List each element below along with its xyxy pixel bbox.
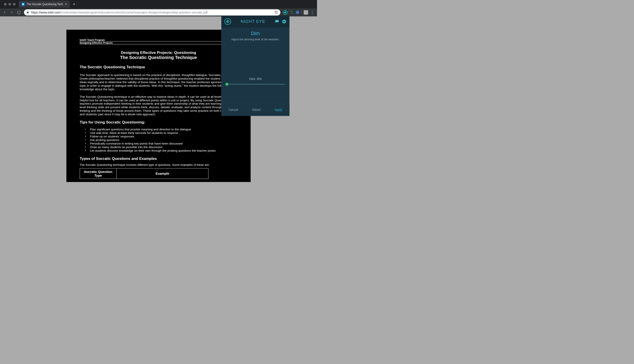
- night-eye-extension-icon[interactable]: [283, 10, 288, 15]
- dim-slider-wrap: [221, 81, 290, 85]
- dim-slider[interactable]: [226, 84, 285, 85]
- popup-body: Dim Adjust the dimming level of the webs…: [221, 28, 290, 42]
- new-tab-button[interactable]: +: [71, 1, 77, 7]
- minimize-window-icon[interactable]: [9, 3, 11, 6]
- table-header-1: Socratic Question Type: [80, 168, 117, 179]
- doc-header-line1: Intel® Teach Program: [80, 38, 237, 41]
- doc-header: Intel® Teach Program Designing Effective…: [80, 38, 237, 44]
- extensions-row: ⋮: [282, 10, 316, 15]
- slider-thumb[interactable]: [225, 83, 229, 86]
- night-eye-logo-icon[interactable]: [225, 18, 231, 25]
- browser-tab[interactable]: The Socratic Questioning Tech ×: [19, 1, 70, 8]
- evernote-extension-icon[interactable]: [289, 10, 294, 15]
- maximize-window-icon[interactable]: [13, 3, 16, 6]
- list-item: Let students discover knowledge on their…: [85, 149, 237, 152]
- list-item: Draw as many students as possible into t…: [85, 146, 237, 149]
- tab-strip: The Socratic Questioning Tech × +: [0, 0, 317, 8]
- types-heading: Types of Socratic Questions and Examples: [80, 156, 237, 161]
- list-item: Plan significant questions that provide …: [85, 128, 237, 131]
- tab-title: The Socratic Questioning Tech: [27, 3, 63, 6]
- forward-button[interactable]: [9, 9, 15, 16]
- section-heading: The Socratic Questioning Technique: [80, 65, 237, 70]
- list-item: Use wait time: Allow at least thirty sec…: [85, 131, 237, 135]
- types-lead: The Socratic Questioning technique invol…: [80, 163, 237, 166]
- toolbar: https://www.intel.com/content/dam/www/pr…: [0, 8, 317, 16]
- lock-icon: [26, 11, 29, 14]
- bookmark-star-icon[interactable]: [274, 10, 278, 15]
- doc-title-line2: The Socratic Questioning Technique: [80, 55, 237, 60]
- close-window-icon[interactable]: [4, 3, 7, 6]
- doc-header-line2: Designing Effective Projects: [80, 41, 237, 44]
- dim-value-label: Dim: 0%: [221, 77, 290, 81]
- list-item: Ask probing questions: [85, 138, 237, 142]
- url-path: /content/dam/www/program/education/us/en…: [60, 11, 208, 14]
- list-item: Follow up on students' responses: [85, 135, 237, 138]
- url-host: https://www.intel.com: [31, 11, 60, 14]
- settings-gear-icon[interactable]: [282, 19, 286, 24]
- tips-list: Plan significant questions that provide …: [85, 128, 237, 152]
- apply-button[interactable]: Apply: [275, 108, 282, 112]
- svg-point-0: [22, 3, 24, 5]
- feedback-icon[interactable]: [275, 19, 279, 24]
- address-bar[interactable]: https://www.intel.com/content/dam/www/pr…: [24, 9, 280, 16]
- popup-heading: Dim: [226, 30, 285, 36]
- table-header-2: Example: [117, 168, 208, 179]
- back-button[interactable]: [1, 9, 8, 16]
- popup-subtext: Adjust the dimming level of the websites…: [226, 38, 285, 42]
- tips-heading: Tips for Using Socratic Questioning:: [80, 120, 237, 124]
- popup-footer: Cancel Reset Apply: [221, 103, 290, 116]
- extension-icon[interactable]: [295, 10, 300, 15]
- list-item: Periodically summarize in writing key po…: [85, 142, 237, 146]
- doc-title: Designing Effective Projects: Questionin…: [80, 50, 237, 60]
- doc-title-line1: Designing Effective Projects: Questionin…: [80, 50, 237, 55]
- window-controls[interactable]: [2, 3, 18, 6]
- paragraph-1: The Socratic approach to questioning is …: [80, 74, 237, 91]
- browser-menu-button[interactable]: ⋮: [310, 10, 315, 15]
- profile-avatar[interactable]: [304, 10, 308, 15]
- cancel-button[interactable]: Cancel: [229, 108, 238, 112]
- night-eye-popup: NIGHT EYE Dim Adjust the dimming level o…: [221, 16, 290, 116]
- socratic-table: Socratic Question Type Example: [80, 168, 208, 179]
- close-tab-icon[interactable]: ×: [65, 2, 67, 6]
- paragraph-2: The Socratic Questioning technique is an…: [80, 95, 237, 116]
- tab-favicon: [21, 2, 25, 6]
- separator: [302, 10, 302, 14]
- popup-header: NIGHT EYE: [221, 16, 290, 28]
- popup-brand: NIGHT EYE: [241, 19, 265, 24]
- reset-button[interactable]: Reset: [252, 108, 260, 112]
- reload-button[interactable]: [16, 9, 22, 16]
